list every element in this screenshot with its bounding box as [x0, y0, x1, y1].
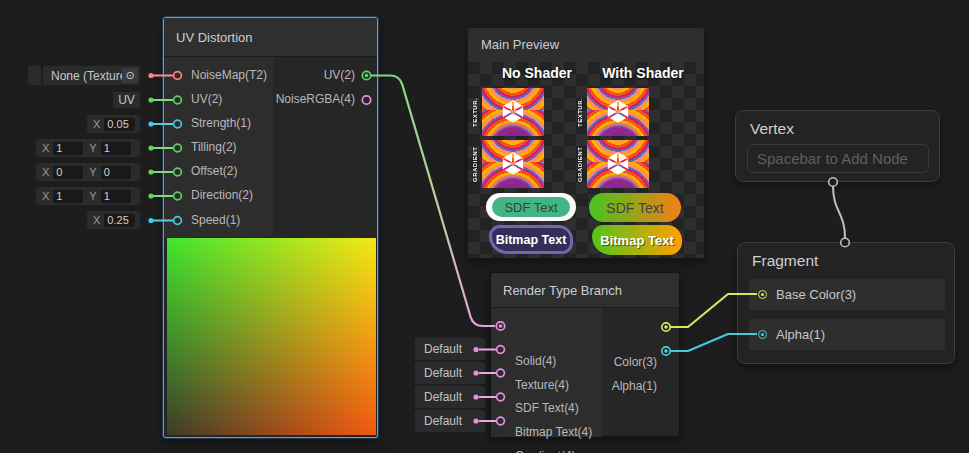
- default-label: Default: [424, 414, 462, 428]
- noisemap-object-field[interactable]: None (Texture ⊙: [43, 66, 140, 85]
- alpha-label: Alpha(1): [776, 327, 825, 342]
- unity-logo-icon: [500, 150, 526, 176]
- port-label-strength: Strength(1): [191, 116, 251, 130]
- uv-channel-dropdown[interactable]: UV: [113, 92, 140, 108]
- default-dropdown-texture[interactable]: Default: [415, 338, 485, 360]
- node-render-type-branch-title[interactable]: Render Type Branch: [491, 273, 679, 308]
- main-preview-panel[interactable]: Main Preview No Shader With Shader TEXTU…: [468, 28, 704, 258]
- port-label-solid: Solid(4): [515, 354, 556, 368]
- fragment-slot-alpha[interactable]: Alpha(1): [749, 319, 945, 350]
- port-label-tilling: Tilling(2): [191, 140, 237, 154]
- port-label-texture: Texture(4): [515, 378, 569, 392]
- tilling-x-input[interactable]: 1: [53, 142, 83, 155]
- port-label-noisemap: NoiseMap(T2): [191, 68, 267, 82]
- gradient-row-label: GRADIENT: [472, 140, 481, 188]
- speed-field[interactable]: X 0.25: [87, 211, 140, 229]
- sdf-text-label: SDF Text: [492, 197, 570, 217]
- column-header-no-shader: No Shader: [482, 65, 592, 81]
- tilling-field[interactable]: X 1 Y 1: [36, 139, 140, 157]
- x-axis-label: X: [93, 118, 100, 130]
- direction-field[interactable]: X 1 Y 1: [36, 187, 140, 205]
- base-color-label: Base Color(3): [776, 287, 856, 302]
- bitmap-text-preview-plain: Bitmap Text: [489, 225, 573, 254]
- node-uv-distortion[interactable]: UV Distortion NoiseMap(T2) UV(2) Strengt…: [163, 17, 378, 438]
- y-axis-label: Y: [89, 166, 96, 178]
- x-axis-label: X: [42, 142, 49, 154]
- shader-preview-texture: [587, 88, 649, 136]
- direction-x-input[interactable]: 1: [53, 190, 83, 203]
- default-label: Default: [424, 342, 462, 356]
- node-render-type-branch[interactable]: Render Type Branch Solid(4) Texture(4) S…: [490, 272, 680, 437]
- column-header-with-shader: With Shader: [588, 65, 698, 81]
- x-axis-label: X: [42, 190, 49, 202]
- main-preview-title[interactable]: Main Preview: [468, 28, 704, 62]
- port-label-direction: Direction(2): [191, 188, 253, 202]
- port-label-bitmap-text: Bitmap Text(4): [515, 425, 592, 439]
- x-axis-label: X: [42, 166, 49, 178]
- shader-preview-texture: [482, 88, 544, 136]
- shader-graph-canvas[interactable]: UV Distortion NoiseMap(T2) UV(2) Strengt…: [0, 0, 969, 453]
- node-fragment-title: Fragment: [752, 252, 818, 270]
- port-label-out-alpha: Alpha(1): [612, 379, 657, 393]
- y-axis-label: Y: [89, 142, 96, 154]
- port-label-out-noisergba: NoiseRGBA(4): [276, 92, 355, 106]
- port-label-speed: Speed(1): [191, 213, 240, 227]
- noisemap-thumbnail: [28, 66, 41, 85]
- shader-preview-texture: [482, 140, 544, 188]
- wire-vertex-to-fragment: [833, 186, 845, 238]
- port-label-out-uv: UV(2): [324, 68, 355, 82]
- x-axis-label: X: [93, 214, 100, 226]
- node-vertex[interactable]: Vertex Spacebar to Add Node: [735, 110, 940, 182]
- port-label-out-color: Color(3): [614, 355, 657, 369]
- default-dropdown-sdf-text[interactable]: Default: [415, 362, 485, 384]
- strength-x-input[interactable]: 0.05: [104, 118, 135, 131]
- default-label: Default: [424, 390, 462, 404]
- speed-x-input[interactable]: 0.25: [104, 214, 135, 227]
- uv-channel-value: UV: [118, 93, 135, 107]
- shader-preview-texture: [587, 140, 649, 188]
- node-vertex-title: Vertex: [750, 120, 794, 138]
- strength-field[interactable]: X 0.05: [87, 115, 140, 133]
- branch-input-panel: [491, 308, 602, 437]
- alpha-port-icon[interactable]: [758, 330, 767, 339]
- texture-row-label: TEXTUR.: [472, 88, 481, 136]
- sdf-text-preview-shaded: SDF Text: [589, 193, 681, 222]
- noisemap-object-value: None (Texture: [51, 69, 122, 83]
- object-picker-icon[interactable]: ⊙: [122, 68, 138, 83]
- default-label: Default: [424, 366, 462, 380]
- offset-y-input[interactable]: 0: [101, 166, 131, 179]
- port-label-sdf-text: SDF Text(4): [515, 401, 579, 415]
- port-label-uv: UV(2): [191, 92, 222, 106]
- bitmap-text-preview-shaded: Bitmap Text: [592, 225, 682, 255]
- y-axis-label: Y: [89, 190, 96, 202]
- offset-field[interactable]: X 0 Y 0: [36, 163, 140, 181]
- port-label-gradient: Gradient(4): [515, 449, 576, 453]
- default-dropdown-bitmap-text[interactable]: Default: [415, 386, 485, 408]
- unity-logo-icon: [605, 98, 631, 124]
- uv-value-dots: [148, 73, 153, 223]
- unity-logo-icon: [500, 98, 526, 124]
- node-fragment[interactable]: Fragment Base Color(3) Alpha(1): [737, 242, 955, 364]
- texture-row-label: TEXTUR.: [577, 88, 586, 136]
- port-label-offset: Offset(2): [191, 164, 237, 178]
- node-uv-distortion-title[interactable]: UV Distortion: [164, 18, 377, 57]
- offset-x-input[interactable]: 0: [53, 166, 83, 179]
- unity-logo-icon: [605, 150, 631, 176]
- add-node-placeholder[interactable]: Spacebar to Add Node: [747, 144, 929, 173]
- uv-gradient-preview: [167, 238, 376, 435]
- default-dropdown-gradient[interactable]: Default: [415, 410, 485, 432]
- tilling-y-input[interactable]: 1: [101, 142, 131, 155]
- gradient-row-label: GRADIENT: [577, 140, 586, 188]
- base-color-port-icon[interactable]: [758, 290, 767, 299]
- fragment-slot-base-color[interactable]: Base Color(3): [749, 279, 945, 310]
- sdf-text-preview-plain: SDF Text: [486, 193, 576, 221]
- direction-y-input[interactable]: 1: [101, 190, 131, 203]
